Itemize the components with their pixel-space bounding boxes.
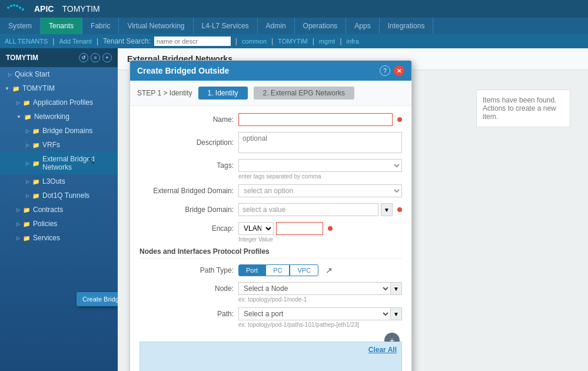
sidebar-item-quickstart[interactable]: ▷ Quick Start xyxy=(0,67,118,81)
tenant-bar: ALL TENANTS | Add Tenant | Tenant Search… xyxy=(0,34,588,48)
encap-value-input[interactable] xyxy=(276,222,323,235)
sidebar-item-extbridged[interactable]: ▷ 📁 External Bridged Networks Create Bri… xyxy=(0,152,118,174)
form-row-tags: Tags: xyxy=(139,159,402,172)
wizard-step-label: STEP 1 > Identity xyxy=(137,89,192,97)
nodes-section-title: Nodes and Interfaces Protocol Profiles xyxy=(139,247,402,259)
svg-point-2 xyxy=(10,5,12,7)
tenant-common-link[interactable]: common xyxy=(242,38,267,45)
bridge-domain-required-indicator xyxy=(397,207,402,212)
right-hint-text: Items have been found. Actions to create… xyxy=(483,96,556,121)
top-header: APIC TOMYTIM xyxy=(0,0,588,18)
nav-system[interactable]: System xyxy=(0,18,41,34)
encap-label: Encap: xyxy=(139,224,234,233)
node-hint: ex: topology/pod-1/node-1 xyxy=(238,296,402,303)
tenant-infra-link[interactable]: infra xyxy=(347,38,359,45)
app-title: APIC xyxy=(34,4,54,14)
nav-bar: System Tenants Fabric Virtual Networking… xyxy=(0,18,588,34)
sidebar-item-services[interactable]: ▷ 📁 Services xyxy=(0,231,118,245)
path-type-group: Port PC VPC xyxy=(238,264,318,276)
bridge-domain-input[interactable] xyxy=(238,203,378,216)
add-tenant-link[interactable]: Add Tenant xyxy=(59,38,91,45)
modal-help-button[interactable]: ? xyxy=(380,65,390,76)
folder-icon: 📁 xyxy=(24,114,31,120)
path-btn-pc[interactable]: PC xyxy=(265,264,290,276)
sidebar-icon-plus[interactable]: + xyxy=(102,53,112,62)
modal-close-button[interactable]: ✕ xyxy=(394,65,404,76)
nav-virtual-networking[interactable]: Virtual Networking xyxy=(119,18,193,34)
path-btn-port[interactable]: Port xyxy=(238,264,265,276)
sidebar-label-networking: Networking xyxy=(34,112,69,121)
sidebar-item-policies[interactable]: ▷ 📁 Policies xyxy=(0,217,118,231)
tenant-search-label: Tenant Search: xyxy=(103,37,151,45)
sidebar-item-bridgedomains[interactable]: ▷ 📁 Bridge Domains xyxy=(0,124,118,138)
nav-apps[interactable]: Apps xyxy=(346,18,379,34)
form-row-description: Description: xyxy=(139,132,402,153)
wizard-steps: STEP 1 > Identity 1. Identity 2. Externa… xyxy=(130,81,411,106)
encap-group: VLAN xyxy=(238,222,323,235)
all-tenants-link[interactable]: ALL TENANTS xyxy=(5,38,48,45)
modal-header: Create Bridged Outside ? ✕ xyxy=(130,61,411,81)
sidebar-item-vrfs[interactable]: ▷ 📁 VRFs xyxy=(0,138,118,152)
tenant-mgmt-link[interactable]: mgmt xyxy=(319,38,335,45)
sidebar-item-l3outs[interactable]: ▷ 📁 L3Outs xyxy=(0,174,118,188)
nav-l4l7[interactable]: L4-L7 Services xyxy=(194,18,258,34)
name-required-indicator xyxy=(397,117,402,122)
step-identity-button[interactable]: 1. Identity xyxy=(198,87,248,100)
add-button[interactable]: + xyxy=(384,333,400,342)
svg-point-6 xyxy=(22,8,24,11)
tenant-search-input[interactable] xyxy=(154,37,231,46)
folder-icon: 📁 xyxy=(23,235,30,241)
description-label: Description: xyxy=(139,138,234,147)
sidebar-icon-refresh[interactable]: ↺ xyxy=(79,53,88,62)
sidebar-item-dot1q[interactable]: ▷ 📁 Dot1Q Tunnels xyxy=(0,188,118,203)
cisco-logo xyxy=(6,3,25,15)
tenant-tomytim-link[interactable]: TOMYTIM xyxy=(278,38,308,45)
sidebar-label-vrfs: VRFs xyxy=(42,141,60,149)
sidebar-tenant-name: TOMYTIM xyxy=(6,54,38,62)
name-input[interactable] xyxy=(238,113,393,126)
node-dropdown-arrow[interactable]: ▼ xyxy=(390,282,402,295)
tags-hint: enter tags separated by comma xyxy=(238,173,402,180)
node-label: Node: xyxy=(139,284,234,293)
description-textarea[interactable] xyxy=(238,132,402,153)
path-select[interactable]: Select a port xyxy=(238,307,390,320)
step-epg-button[interactable]: 2. External EPG Networks xyxy=(254,87,354,100)
tags-select[interactable] xyxy=(238,159,402,172)
nav-admin[interactable]: Admin xyxy=(258,18,295,34)
nav-operations[interactable]: Operations xyxy=(295,18,347,34)
sidebar: TOMYTIM ↺ ≡ + ▷ Quick Start ▼ 📁 TOMYTIM … xyxy=(0,48,118,371)
encap-hint: Integer Value xyxy=(238,236,402,243)
sidebar-item-appprofiles[interactable]: ▷ 📁 Application Profiles xyxy=(0,95,118,110)
ext-bridged-domain-select[interactable]: select an option xyxy=(238,184,402,197)
modal-title: Create Bridged Outside xyxy=(137,66,229,75)
folder-icon: 📁 xyxy=(32,128,39,134)
name-label: Name: xyxy=(139,115,234,124)
encap-type-select[interactable]: VLAN xyxy=(238,222,274,235)
nav-fabric[interactable]: Fabric xyxy=(82,18,119,34)
modal-dialog: Create Bridged Outside ? ✕ STEP 1 > Iden… xyxy=(129,60,412,371)
sidebar-label-contracts: Contracts xyxy=(33,206,63,214)
path-btn-vpc[interactable]: VPC xyxy=(290,264,318,276)
sidebar-item-contracts[interactable]: ▷ 📁 Contracts xyxy=(0,203,118,217)
nav-integrations[interactable]: Integrations xyxy=(380,18,434,34)
bridge-domain-dropdown-arrow[interactable]: ▼ xyxy=(381,203,393,216)
sidebar-item-networking[interactable]: ▼ 📁 Networking xyxy=(0,110,118,124)
node-select[interactable]: Select a Node xyxy=(238,282,390,295)
arrow-icon: ▷ xyxy=(16,207,20,213)
nav-tenants[interactable]: Tenants xyxy=(41,18,82,34)
content-area: External Bridged Networks Create Bridged… xyxy=(118,48,588,371)
arrow-icon: ▷ xyxy=(26,143,29,148)
svg-point-1 xyxy=(7,6,9,9)
sidebar-item-tomytim-root[interactable]: ▼ 📁 TOMYTIM xyxy=(0,81,118,95)
path-dropdown-arrow[interactable]: ▼ xyxy=(390,307,402,320)
svg-point-5 xyxy=(19,6,21,9)
form-row-bridgedomain: Bridge Domain: ▼ xyxy=(139,203,402,216)
folder-icon: 📁 xyxy=(32,142,39,148)
svg-point-4 xyxy=(16,5,18,7)
svg-point-3 xyxy=(13,4,15,6)
clear-all-button[interactable]: Clear All xyxy=(368,346,397,354)
main-layout: TOMYTIM ↺ ≡ + ▷ Quick Start ▼ 📁 TOMYTIM … xyxy=(0,48,588,371)
sidebar-label-quickstart: Quick Start xyxy=(15,70,49,78)
sidebar-icon-list[interactable]: ≡ xyxy=(91,53,100,62)
form-row-extbridged: External Bridged Domain: select an optio… xyxy=(139,184,402,197)
